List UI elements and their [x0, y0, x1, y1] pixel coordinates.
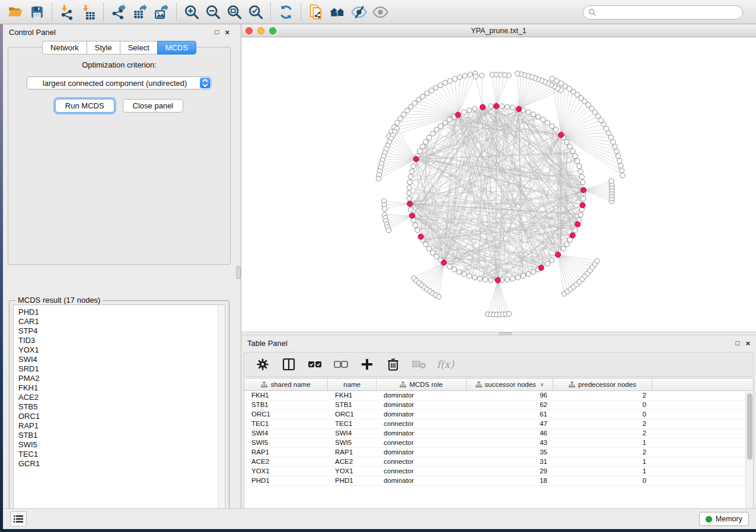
graph-leaf-node[interactable] — [609, 178, 614, 183]
search-box[interactable] — [583, 5, 743, 20]
graph-node[interactable] — [407, 185, 412, 190]
graph-leaf-node[interactable] — [386, 227, 391, 232]
graph-leaf-node[interactable] — [382, 206, 387, 211]
graph-mcds-node[interactable] — [413, 156, 419, 162]
mcds-result-list[interactable]: PHD1CAR1STP4TID3YOX1SWI4SRD1PMA2FKH1ACE2… — [13, 305, 225, 514]
select-all-icon[interactable] — [306, 355, 324, 373]
graph-mcds-node[interactable] — [441, 260, 446, 265]
graph-node[interactable] — [489, 278, 493, 283]
graph-node[interactable] — [457, 270, 461, 274]
table-cell[interactable]: PHD1 — [244, 476, 328, 485]
graph-leaf-node[interactable] — [405, 108, 410, 113]
graph-node[interactable] — [472, 106, 477, 111]
table-cell[interactable]: 18 — [467, 476, 553, 485]
table-settings-gear-icon[interactable] — [254, 355, 272, 373]
save-session-icon[interactable] — [26, 2, 47, 22]
table-cell[interactable]: dominator — [377, 448, 467, 457]
mcds-result-item[interactable]: STP4 — [18, 326, 225, 336]
float-panel-icon[interactable]: □ — [735, 339, 739, 347]
table-cell[interactable]: STB1 — [328, 400, 377, 409]
zoom-in-icon[interactable] — [181, 2, 202, 22]
graph-node[interactable] — [573, 153, 578, 158]
column-header-successor-nodes[interactable]: successor nodes∨ — [467, 379, 553, 390]
graph-leaf-node[interactable] — [420, 94, 425, 99]
table-cell[interactable]: PHD1 — [328, 476, 377, 485]
graph-leaf-node[interactable] — [619, 168, 624, 173]
graph-mcds-node[interactable] — [570, 233, 575, 238]
column-header-name[interactable]: name — [328, 379, 377, 390]
deselect-all-icon[interactable] — [332, 355, 350, 373]
table-cell[interactable]: dominator — [377, 429, 467, 438]
graph-node[interactable] — [407, 180, 412, 184]
task-history-list-icon[interactable] — [10, 511, 27, 527]
graph-mcds-node[interactable] — [555, 252, 560, 257]
table-cell[interactable]: ACE2 — [328, 457, 377, 466]
import-table-icon[interactable] — [78, 2, 99, 22]
table-cell[interactable]: dominator — [377, 391, 467, 400]
table-row[interactable]: ACE2ACE2connector311 — [244, 457, 753, 467]
graph-node[interactable] — [447, 117, 452, 122]
graph-node[interactable] — [423, 242, 428, 246]
table-cell[interactable]: ORC1 — [328, 410, 377, 419]
table-row[interactable]: FKH1FKH1dominator962 — [244, 391, 753, 400]
mcds-result-item[interactable]: YOX1 — [18, 345, 225, 355]
close-panel-icon[interactable]: × — [745, 339, 750, 347]
graph-node[interactable] — [526, 110, 531, 114]
close-panel-button[interactable]: Close panel — [123, 99, 184, 113]
graph-node[interactable] — [575, 159, 579, 164]
table-cell[interactable]: dominator — [377, 476, 467, 485]
graph-node[interactable] — [545, 261, 550, 266]
graph-node[interactable] — [430, 131, 435, 136]
run-mcds-button[interactable]: Run MCDS — [55, 99, 114, 113]
table-cell[interactable]: 46 — [467, 429, 553, 438]
mcds-result-item[interactable]: SWI5 — [18, 440, 225, 450]
graph-leaf-node[interactable] — [433, 85, 438, 90]
mcds-result-item[interactable]: ORC1 — [18, 412, 225, 421]
graph-node[interactable] — [567, 144, 572, 149]
graph-node[interactable] — [438, 124, 443, 129]
mcds-result-item[interactable]: STB5 — [18, 402, 225, 412]
graph-node[interactable] — [564, 139, 569, 144]
graph-leaf-node[interactable] — [595, 258, 599, 263]
table-cell[interactable]: FKH1 — [328, 391, 377, 400]
graph-node[interactable] — [417, 149, 422, 153]
table-cell[interactable]: ORC1 — [244, 410, 328, 419]
graph-node[interactable] — [462, 110, 467, 114]
mcds-result-item[interactable]: ACE2 — [18, 393, 225, 402]
graph-node[interactable] — [462, 271, 467, 276]
table-cell[interactable]: connector — [377, 467, 467, 476]
graph-node[interactable] — [411, 164, 416, 168]
graph-node[interactable] — [570, 149, 575, 153]
zoom-out-icon[interactable] — [202, 2, 224, 22]
graph-node[interactable] — [578, 212, 583, 217]
table-row[interactable]: SWI5SWI5connector431 — [244, 438, 753, 448]
graph-leaf-node[interactable] — [506, 312, 511, 316]
graph-node[interactable] — [526, 271, 531, 276]
table-row[interactable]: PHD1PHD1dominator180 — [244, 476, 753, 486]
table-cell[interactable]: RAP1 — [244, 448, 328, 457]
splitter-grip[interactable] — [236, 266, 241, 279]
table-row[interactable]: ORC1ORC1dominator610 — [244, 410, 753, 419]
tab-mcds[interactable]: MCDS — [157, 41, 196, 55]
table-cell[interactable]: 96 — [467, 391, 553, 400]
mcds-result-item[interactable]: PMA2 — [18, 374, 225, 383]
table-cell[interactable]: STB1 — [244, 400, 328, 409]
column-header-shared-name[interactable]: shared name — [244, 379, 328, 390]
graph-node[interactable] — [420, 144, 425, 149]
table-cell[interactable]: 43 — [467, 438, 553, 447]
graph-mcds-node[interactable] — [418, 234, 423, 239]
graph-node[interactable] — [505, 277, 509, 282]
graph-mcds-node[interactable] — [580, 203, 585, 208]
graph-leaf-node[interactable] — [376, 176, 381, 181]
table-cell[interactable]: 1 — [553, 457, 652, 466]
zoom-selected-icon[interactable] — [245, 2, 266, 22]
delete-table-icon[interactable] — [410, 355, 428, 373]
graph-node[interactable] — [407, 196, 412, 201]
tab-style[interactable]: Style — [87, 41, 120, 55]
graph-leaf-node[interactable] — [615, 153, 620, 158]
graph-node[interactable] — [550, 124, 554, 129]
graph-node[interactable] — [510, 276, 515, 281]
graph-node[interactable] — [550, 258, 554, 262]
graph-node[interactable] — [483, 277, 487, 282]
graph-leaf-node[interactable] — [618, 163, 623, 168]
